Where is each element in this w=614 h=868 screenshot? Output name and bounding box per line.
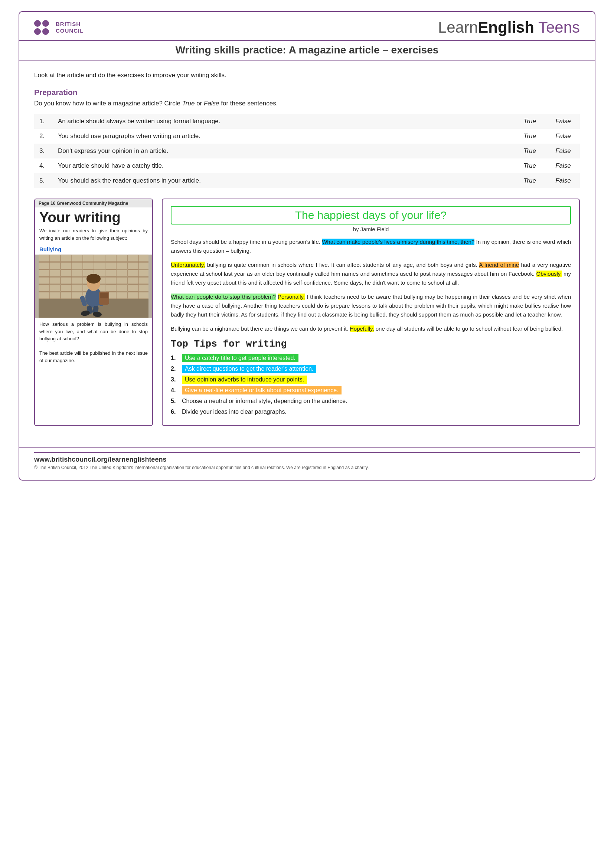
tip-text: Ask direct questions to get the reader's… (182, 365, 316, 373)
p1-plain1: School days should be a happy time in a … (171, 239, 322, 245)
tip-text: Use opinion adverbs to introduce your po… (182, 375, 307, 384)
prep-desc-italic2: False (204, 100, 219, 107)
tip-num: 6. (171, 409, 179, 415)
list-item: 3.Use opinion adverbs to introduce your … (171, 375, 571, 384)
tip-text: Use a catchy title to get people interes… (182, 354, 298, 362)
question-num: 3. (34, 144, 53, 158)
question-statement: You should ask the reader questions in y… (53, 173, 513, 188)
footer-copyright: © The British Council, 2012 The United K… (34, 465, 580, 470)
table-row: 2. You should use paragraphs when writin… (34, 129, 580, 144)
bc-dot-3 (34, 28, 41, 35)
table-row: 5. You should ask the reader questions i… (34, 173, 580, 188)
tips-list: 1.Use a catchy title to get people inter… (171, 354, 571, 416)
p4-highlight-yellow: Hopefully, (350, 326, 374, 332)
bc-dot-4 (42, 28, 49, 35)
table-row: 1. An article should always be written u… (34, 114, 580, 129)
top-tips-section: Top Tips for writing 1.Use a catchy titl… (171, 338, 571, 416)
your-writing-body: We invite our readers to give their opin… (35, 227, 152, 245)
svg-rect-15 (100, 293, 108, 298)
table-row: 4. Your article should have a catchy tit… (34, 158, 580, 173)
footer: www.britishcouncil.org/learnenglishteens… (19, 447, 595, 473)
article-para-2: Unfortunately, bullying is quite common … (171, 260, 571, 287)
p2-highlight-orange: A friend of mine (479, 262, 519, 268)
tip-text: Give a real-life example or talk about p… (182, 386, 341, 394)
question-num: 2. (34, 129, 53, 144)
question-statement: Don't express your opinion in an article… (53, 144, 513, 158)
tip-text: Choose a neutral or informal style, depe… (182, 397, 347, 405)
table-row: 3. Don't express your opinion in an arti… (34, 144, 580, 158)
tip-num: 2. (171, 366, 179, 372)
article-para-1: School days should be a happy time in a … (171, 237, 571, 255)
tip-num: 3. (171, 376, 179, 383)
bc-line1: BRITISH (56, 21, 84, 28)
bc-text: BRITISH COUNCIL (56, 21, 84, 34)
article-image-svg (39, 254, 149, 318)
bc-dot-2 (42, 20, 49, 27)
question-false: False (546, 158, 580, 173)
tip-num: 1. (171, 355, 179, 361)
site-title-learn: Learn (438, 19, 478, 36)
question-false: False (546, 114, 580, 129)
p2-plain1: bullying is quite common in schools wher… (205, 262, 479, 268)
question-false: False (546, 144, 580, 158)
article-para-4: Bullying can be a nightmare but there ar… (171, 324, 571, 333)
site-title-teens: Teens (538, 19, 580, 36)
prep-desc-italic1: True (182, 100, 195, 107)
p3-highlight-yellow: Personally, (278, 293, 305, 300)
main-content: Look at the article and do the exercises… (19, 61, 595, 440)
list-item: 4.Give a real-life example or talk about… (171, 386, 571, 394)
left-magazine-column: Page 16 Greenwood Community Magazine You… (34, 198, 153, 426)
section-title-preparation: Preparation (34, 88, 580, 97)
article-image (35, 254, 152, 318)
bc-dot-1 (34, 20, 41, 27)
question-false: False (546, 173, 580, 188)
right-article-column: The happiest days of your life? by Jamie… (162, 198, 580, 426)
p3-highlight-green: What can people do to stop this problem? (171, 293, 276, 300)
preparation-desc: Do you know how to write a magazine arti… (34, 100, 580, 107)
article-byline: by Jamie Field (171, 226, 571, 232)
question-num: 4. (34, 158, 53, 173)
question-true: True (513, 129, 546, 144)
p2-highlight-yellow1: Unfortunately, (171, 262, 205, 268)
question-true: True (513, 173, 546, 188)
magazine-header: Page 16 Greenwood Community Magazine (35, 199, 152, 208)
site-title: LearnEnglish Teens (438, 19, 580, 36)
list-item: 5.Choose a neutral or informal style, de… (171, 397, 571, 405)
top-tips-title: Top Tips for writing (171, 338, 571, 350)
list-item: 1.Use a catchy title to get people inter… (171, 354, 571, 362)
article-title: The happiest days of your life? (171, 206, 571, 225)
p2-highlight-yellow2: Obviously, (536, 271, 562, 277)
p4-plain1: Bullying can be a nightmare but there ar… (171, 326, 350, 332)
bullying-label: Bullying (35, 245, 152, 254)
question-statement: Your article should have a catchy title. (53, 158, 513, 173)
p4-plain2: one day all students will be able to go … (374, 326, 563, 332)
tip-text: Divide your ideas into clear paragraphs. (182, 408, 287, 416)
page-container: BRITISH COUNCIL LearnEnglish Teens Writi… (19, 11, 595, 480)
left-footer-text1: How serious a problem is bullying in sch… (35, 318, 152, 367)
question-false: False (546, 129, 580, 144)
question-true: True (513, 114, 546, 129)
logo-area: BRITISH COUNCIL (34, 20, 84, 35)
question-statement: An article should always be written usin… (53, 114, 513, 129)
article-section: Page 16 Greenwood Community Magazine You… (34, 198, 580, 426)
prep-desc-part2: or (194, 100, 204, 107)
tip-num: 4. (171, 387, 179, 394)
question-num: 5. (34, 173, 53, 188)
prep-desc-part1: Do you know how to write a magazine arti… (34, 100, 182, 107)
page-title-bar: Writing skills practice: A magazine arti… (19, 41, 595, 61)
article-body: School days should be a happy time in a … (171, 237, 571, 333)
your-writing-title: Your writing (35, 208, 152, 227)
footer-divider (34, 452, 580, 453)
svg-point-7 (87, 274, 101, 284)
bc-dots (34, 20, 49, 35)
intro-text: Look at the article and do the exercises… (34, 71, 580, 79)
prep-desc-part3: for these sentences. (219, 100, 278, 107)
list-item: 6.Divide your ideas into clear paragraph… (171, 408, 571, 416)
site-title-english: English (478, 19, 534, 36)
question-true: True (513, 144, 546, 158)
page-title: Writing skills practice: A magazine arti… (19, 44, 595, 56)
list-item: 2.Ask direct questions to get the reader… (171, 365, 571, 373)
p1-highlight-blue: What can make people's lives a misery du… (322, 239, 474, 245)
article-para-3: What can people do to stop this problem?… (171, 293, 571, 319)
question-num: 1. (34, 114, 53, 129)
